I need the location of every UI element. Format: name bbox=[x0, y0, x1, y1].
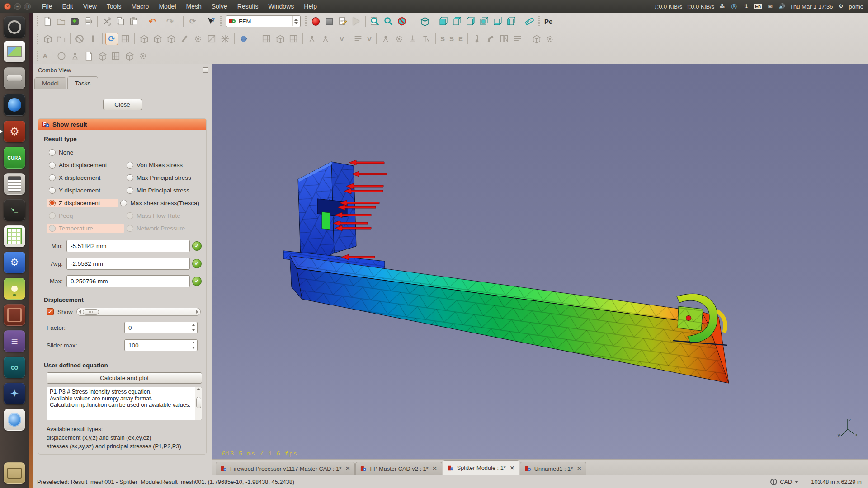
scroll-up-icon[interactable] bbox=[197, 388, 200, 390]
fem-material-icon[interactable] bbox=[498, 33, 510, 45]
launcher-blue-sphere-app[interactable] bbox=[4, 94, 25, 116]
fem-plane-shape-icon[interactable] bbox=[82, 50, 95, 62]
fem-gear-mesh-icon[interactable] bbox=[192, 33, 204, 45]
3d-viewport[interactable]: 613.5 ms / 1.6 fps z y x bbox=[212, 64, 868, 459]
launcher-package-tool[interactable] bbox=[4, 304, 25, 326]
slider-max-spinbox[interactable]: 100 bbox=[124, 339, 198, 351]
navigation-mode[interactable]: CAD bbox=[780, 479, 792, 485]
draw-style-icon[interactable] bbox=[396, 15, 408, 28]
fem-box-shape-icon[interactable] bbox=[96, 50, 108, 62]
launcher-photos[interactable] bbox=[4, 278, 25, 300]
solver-elmer-icon[interactable]: S bbox=[447, 35, 456, 42]
view-isometric-icon[interactable] bbox=[418, 15, 431, 28]
radio-abs-displacement[interactable]: Abs displacement bbox=[47, 161, 124, 169]
fem-column-icon[interactable] bbox=[87, 33, 99, 45]
launcher-archive-manager[interactable] bbox=[4, 67, 25, 89]
fem-constraint-gear-icon[interactable] bbox=[393, 33, 406, 45]
menu-help[interactable]: Help bbox=[299, 0, 322, 13]
doc-tab-firewood[interactable]: Firewood Processor v1117 Master CAD : 1*… bbox=[216, 462, 355, 475]
fem-volume-v-icon[interactable]: V bbox=[365, 35, 374, 42]
macro-record-icon[interactable] bbox=[309, 15, 322, 28]
macro-stop-icon[interactable] bbox=[323, 15, 335, 28]
launcher-files-tan[interactable] bbox=[4, 462, 25, 484]
toolbar-grip[interactable] bbox=[37, 34, 38, 44]
window-close-icon[interactable]: ✕ bbox=[4, 3, 11, 10]
fem-clip-plane-icon[interactable] bbox=[205, 33, 218, 45]
radio-von-mises[interactable]: Von Mises stress bbox=[124, 161, 185, 169]
launcher-dash-home[interactable] bbox=[4, 16, 25, 38]
menu-macro[interactable]: Macro bbox=[126, 0, 154, 13]
slider-left-arrow-icon[interactable] bbox=[79, 310, 81, 314]
window-maximize-icon[interactable]: ▢ bbox=[24, 3, 31, 10]
tab-close-icon[interactable]: ✕ bbox=[577, 465, 581, 472]
radio-z-displacement[interactable]: Z displacement bbox=[47, 199, 118, 207]
clock[interactable]: Thu Mar 1 17:36 bbox=[790, 3, 833, 10]
tab-model[interactable]: Model bbox=[34, 77, 66, 89]
fem-clear-mesh-icon[interactable] bbox=[219, 33, 231, 45]
fem-thermal-icon[interactable] bbox=[471, 33, 483, 45]
launcher-media-player[interactable] bbox=[4, 330, 25, 352]
refresh-icon[interactable]: ⟳ bbox=[186, 15, 199, 28]
mail-icon[interactable]: ✉ bbox=[766, 3, 774, 10]
tab-close-icon[interactable]: ✕ bbox=[510, 465, 514, 471]
fem-grid-icon[interactable] bbox=[119, 33, 132, 45]
launcher-web-browser[interactable] bbox=[4, 409, 25, 431]
toolbar-grip[interactable] bbox=[37, 16, 38, 26]
launcher-blue-burst-app[interactable] bbox=[4, 383, 25, 404]
fem-sphere-shape-icon[interactable] bbox=[55, 50, 68, 62]
radio-max-shear[interactable]: Max shear stress(Tresca) bbox=[118, 199, 202, 207]
min-field[interactable]: -5.51842 mm bbox=[66, 240, 190, 252]
fem-constraint-pressure-icon[interactable] bbox=[379, 33, 392, 45]
view-bottom-icon[interactable] bbox=[491, 15, 504, 28]
fem-flow-icon[interactable] bbox=[484, 33, 497, 45]
launcher-cura[interactable]: CURA bbox=[4, 147, 25, 169]
menu-solve[interactable]: Solve bbox=[207, 0, 232, 13]
slider-right-arrow-icon[interactable] bbox=[196, 310, 198, 314]
macro-edit-icon[interactable] bbox=[336, 15, 349, 28]
print-icon[interactable] bbox=[82, 15, 94, 28]
menu-file[interactable]: File bbox=[37, 0, 57, 13]
view-top-icon[interactable] bbox=[450, 15, 463, 28]
launcher-calculator[interactable] bbox=[4, 173, 25, 195]
toolbar-grip[interactable] bbox=[37, 51, 38, 61]
fem-mesh-group-icon[interactable] bbox=[165, 33, 177, 45]
tab-close-icon[interactable]: ✕ bbox=[433, 465, 437, 472]
doc-tab-splitter-module[interactable]: Splitter Module : 1* ✕ bbox=[443, 460, 519, 475]
fem-mesh-region-icon[interactable] bbox=[151, 33, 164, 45]
fem-equation-lines-icon[interactable] bbox=[511, 33, 524, 45]
menu-edit[interactable]: Edit bbox=[57, 0, 78, 13]
navigation-style-icon[interactable] bbox=[770, 479, 777, 485]
launcher-libreoffice-calc[interactable] bbox=[4, 225, 25, 247]
save-icon[interactable] bbox=[68, 15, 81, 28]
fem-analysis-icon[interactable] bbox=[41, 33, 54, 45]
view-right-icon[interactable] bbox=[464, 15, 476, 28]
fem-text-icon[interactable]: A bbox=[41, 52, 50, 60]
fem-mesh-gmsh-icon[interactable] bbox=[287, 33, 300, 45]
tab-tasks[interactable]: Tasks bbox=[67, 76, 99, 89]
fem-striped-box-icon[interactable] bbox=[109, 50, 122, 62]
menu-view[interactable]: View bbox=[78, 0, 102, 13]
doc-tab-fp-master[interactable]: FP Master CAD v2 : 1* ✕ bbox=[355, 462, 442, 475]
launcher-freecad-blue[interactable] bbox=[4, 252, 25, 273]
view-front-icon[interactable] bbox=[437, 15, 449, 28]
menu-mesh[interactable]: Mesh bbox=[181, 0, 207, 13]
redo-icon[interactable]: ↷ bbox=[164, 15, 176, 28]
displacement-slider[interactable] bbox=[76, 308, 201, 316]
fem-sphere-icon[interactable] bbox=[237, 33, 250, 45]
menu-model[interactable]: Model bbox=[154, 0, 181, 13]
new-document-icon[interactable] bbox=[41, 15, 54, 28]
skype-icon[interactable]: Ⓢ bbox=[730, 3, 738, 10]
open-document-icon[interactable] bbox=[55, 15, 67, 28]
fem-mesh-cube-icon[interactable] bbox=[137, 33, 150, 45]
fem-constraint-pin-icon[interactable] bbox=[406, 33, 419, 45]
fit-all-icon[interactable] bbox=[368, 15, 381, 28]
volume-icon[interactable]: 🔊 bbox=[778, 3, 786, 10]
radio-x-displacement[interactable]: X displacement bbox=[47, 174, 124, 182]
updown-arrows-icon[interactable]: ⇅ bbox=[742, 3, 750, 10]
avg-field[interactable]: -2.5532 mm bbox=[66, 258, 190, 270]
tab-close-icon[interactable]: ✕ bbox=[345, 465, 350, 472]
fem-list-icon[interactable] bbox=[352, 33, 364, 45]
fem-folder-icon[interactable] bbox=[55, 33, 67, 45]
pomodoro-indicator[interactable]: pomo bbox=[849, 3, 863, 10]
solver-calculix-icon[interactable]: S bbox=[438, 35, 447, 42]
